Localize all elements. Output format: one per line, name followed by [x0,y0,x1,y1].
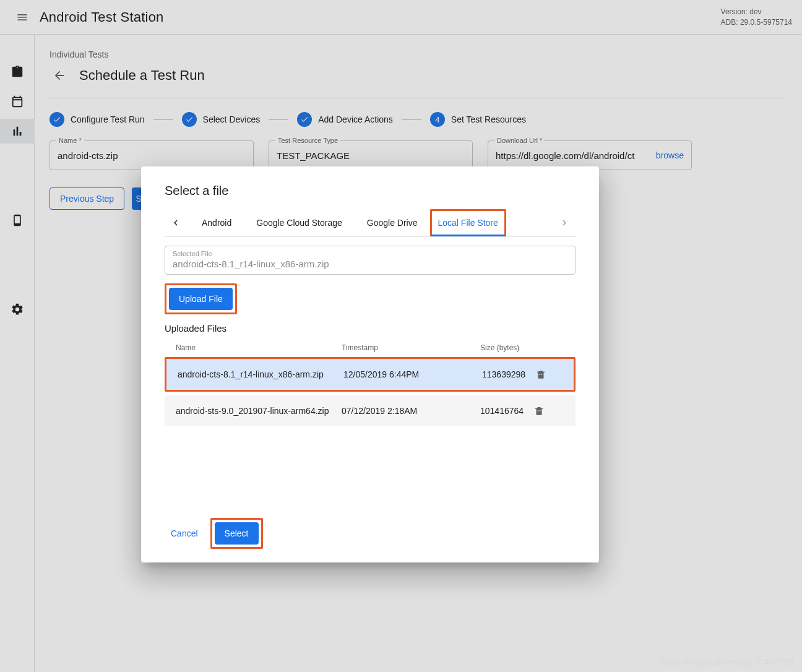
cell-size: 101416764 [480,406,530,416]
tab-android[interactable]: Android [189,209,244,236]
delete-file-button[interactable] [530,405,548,416]
cell-timestamp: 07/12/2019 2:18AM [342,406,480,416]
chevron-left-icon [170,217,181,228]
watermark: https://blog.csdn.net/qq_37497758 [660,657,793,667]
tab-local-file-store[interactable]: Local File Store [430,209,506,236]
selected-file-field[interactable]: Selected File android-cts-8.1_r14-linux_… [165,246,576,275]
delete-file-button[interactable] [532,369,550,380]
col-size: Size (bytes) [480,343,530,352]
select-button[interactable]: Select [215,522,259,545]
field-value: android-cts-8.1_r14-linux_x86-arm.zip [173,259,567,269]
dialog-actions: Cancel Select [165,518,576,549]
uploaded-files-heading: Uploaded Files [165,323,576,334]
dialog-title: Select a file [165,184,576,198]
chevron-right-icon [559,217,570,228]
cell-name: android-sts-9.0_201907-linux-arm64.zip [176,406,342,416]
col-timestamp: Timestamp [342,343,480,352]
table-row[interactable]: android-sts-9.0_201907-linux-arm64.zip 0… [165,395,576,426]
tab-gcs[interactable]: Google Cloud Storage [244,209,355,236]
tab-drive[interactable]: Google Drive [355,209,430,236]
cancel-button[interactable]: Cancel [165,523,204,543]
upload-file-button[interactable]: Upload File [169,288,233,310]
cell-size: 113639298 [482,369,532,379]
select-file-dialog: Select a file Android Google Cloud Stora… [141,166,599,562]
source-tabs: Android Google Cloud Storage Google Driv… [165,209,576,237]
tabs-scroll-left[interactable] [165,210,187,235]
tabs-scroll-right[interactable] [553,210,576,235]
col-name: Name [176,343,342,352]
cell-name: android-cts-8.1_r14-linux_x86-arm.zip [178,369,343,379]
table-row[interactable]: android-cts-8.1_r14-linux_x86-arm.zip 12… [166,359,574,390]
delete-icon [535,369,546,380]
table-header: Name Timestamp Size (bytes) [165,338,576,357]
field-label: Selected File [173,250,567,257]
delete-icon [533,405,545,416]
uploaded-files-table: Name Timestamp Size (bytes) android-cts-… [165,338,576,426]
cell-timestamp: 12/05/2019 6:44PM [343,369,482,379]
